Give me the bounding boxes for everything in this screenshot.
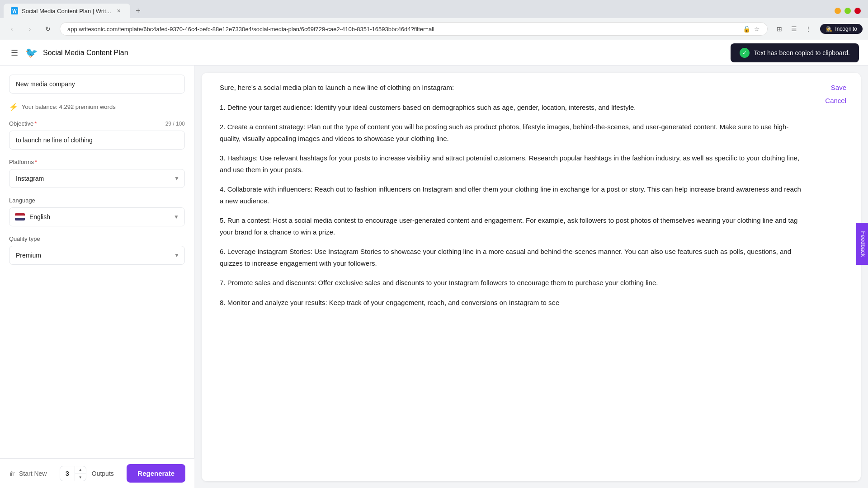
outputs-stepper: 3 ▲ ▼: [60, 466, 86, 481]
url-bar[interactable]: app.writesonic.com/template/6bc4afed-937…: [60, 22, 768, 36]
outputs-increment-btn[interactable]: ▲: [75, 466, 86, 474]
platforms-required: *: [35, 159, 37, 165]
content-paragraph-1: 1. Define your target audience: Identify…: [220, 102, 807, 113]
sidebar: ⚡ Your balance: 4,292 premium words Obje…: [0, 66, 194, 488]
content-paragraph-0: Sure, here's a social media plan to laun…: [220, 82, 807, 94]
language-group: Language English Spanish French ▼: [9, 197, 185, 226]
check-icon: ✓: [740, 48, 750, 58]
quality-label: Quality type: [9, 235, 40, 242]
content-paragraph-5: 5. Run a contest: Host a social media co…: [220, 215, 807, 238]
incognito-badge: 🕵 Incognito: [820, 24, 863, 34]
bookmark-icon[interactable]: ☰: [788, 23, 800, 35]
app-header: ☰ 🐦 Social Media Content Plan ✓ Text has…: [0, 40, 868, 66]
objective-char-count: 29 / 100: [165, 121, 185, 127]
star-icon[interactable]: ☆: [754, 25, 760, 33]
content-paragraph-6: 6. Leverage Instagram Stories: Use Insta…: [220, 246, 807, 269]
stepper-buttons: ▲ ▼: [75, 466, 86, 481]
platforms-group: Platforms* Instagram Twitter Facebook ▼: [9, 159, 185, 188]
feedback-label: Feedback: [860, 231, 867, 257]
platforms-label: Platforms*: [9, 159, 37, 165]
content-paragraph-7: 7. Promote sales and discounts: Offer ex…: [220, 277, 807, 289]
menu-icon[interactable]: ☰: [9, 46, 20, 60]
objective-input[interactable]: [9, 131, 185, 150]
cancel-button[interactable]: Cancel: [821, 95, 850, 106]
language-label-row: Language: [9, 197, 185, 204]
url-text: app.writesonic.com/template/6bc4afed-937…: [67, 26, 743, 33]
content-text: Sure, here's a social media plan to laun…: [220, 82, 843, 308]
trash-icon-bottom: 🗑: [9, 470, 15, 477]
window-controls: − □ ×: [835, 8, 864, 14]
address-bar: ‹ › ↻ app.writesonic.com/template/6bc4af…: [0, 18, 868, 40]
content-paragraph-3: 3. Hashtags: Use relevant hashtags for y…: [220, 152, 807, 175]
refresh-btn[interactable]: ↻: [42, 23, 54, 35]
start-new-button-bottom[interactable]: 🗑 Start New: [9, 470, 47, 477]
platforms-label-row: Platforms*: [9, 159, 185, 165]
platforms-select[interactable]: Instagram Twitter Facebook: [9, 169, 185, 188]
bottom-bar: 🗑 Start New 3 ▲ ▼ Outputs Regenerate: [0, 458, 194, 488]
toast-message: Text has been copied to clipboard.: [754, 49, 850, 56]
close-window-btn[interactable]: ×: [854, 8, 861, 14]
active-tab[interactable]: W Social Media Content Plan | Writ... ×: [4, 4, 130, 18]
maximize-btn[interactable]: □: [844, 8, 851, 14]
main-layout: ⚡ Your balance: 4,292 premium words Obje…: [0, 66, 868, 488]
content-paragraph-8: 8. Monitor and analyze your results: Kee…: [220, 297, 807, 309]
outputs-control: 3 ▲ ▼ Outputs: [60, 466, 114, 481]
outputs-label: Outputs: [92, 470, 114, 477]
brand-name-group: [9, 75, 185, 94]
language-label: Language: [9, 197, 35, 204]
balance-row: ⚡ Your balance: 4,292 premium words: [9, 103, 185, 111]
sidebar-scroll[interactable]: ⚡ Your balance: 4,292 premium words Obje…: [0, 66, 194, 488]
content-area[interactable]: Save Cancel Sure, here's a social media …: [202, 73, 861, 481]
browser-icons: ⊞ ☰ ⋮: [773, 23, 815, 35]
outputs-value: 3: [60, 466, 75, 481]
back-btn[interactable]: ‹: [5, 23, 18, 35]
extension-icon[interactable]: ⊞: [773, 23, 786, 35]
quality-select-wrapper: Premium Good Average ▼: [9, 246, 185, 265]
forward-btn[interactable]: ›: [24, 23, 36, 35]
twitter-icon: 🐦: [25, 47, 38, 59]
regenerate-button[interactable]: Regenerate: [127, 464, 185, 483]
objective-group: Objective* 29 / 100: [9, 120, 185, 150]
objective-label-row: Objective* 29 / 100: [9, 120, 185, 127]
tab-bar: W Social Media Content Plan | Writ... × …: [0, 0, 868, 18]
app-title: Social Media Content Plan: [43, 49, 128, 57]
quality-group: Quality type Premium Good Average ▼: [9, 235, 185, 265]
save-button[interactable]: Save: [827, 82, 850, 93]
quality-label-row: Quality type: [9, 235, 185, 242]
feedback-button[interactable]: Feedback: [856, 223, 868, 265]
start-new-label-bottom: Start New: [19, 470, 47, 477]
balance-text: Your balance: 4,292 premium words: [22, 103, 116, 110]
content-paragraph-2: 2. Create a content strategy: Plan out t…: [220, 121, 807, 144]
incognito-label: Incognito: [835, 26, 857, 32]
minimize-btn[interactable]: −: [835, 8, 841, 14]
outputs-decrement-btn[interactable]: ▼: [75, 474, 86, 481]
content-actions: Save Cancel: [821, 82, 850, 106]
language-select[interactable]: English Spanish French: [9, 208, 184, 226]
url-icons: 🔒 ☆: [743, 25, 760, 33]
objective-required: *: [34, 120, 37, 127]
shield-icon: 🔒: [743, 25, 750, 33]
quality-select[interactable]: Premium Good Average: [9, 246, 185, 265]
objective-label: Objective*: [9, 120, 37, 127]
tab-close-btn[interactable]: ×: [115, 7, 123, 15]
browser-chrome: W Social Media Content Plan | Writ... × …: [0, 0, 868, 40]
more-icon[interactable]: ⋮: [802, 23, 815, 35]
us-flag-icon: [15, 213, 25, 221]
language-select-wrapper: English Spanish French ▼: [9, 207, 185, 226]
new-tab-btn[interactable]: +: [132, 5, 145, 17]
clipboard-toast: ✓ Text has been copied to clipboard.: [731, 43, 859, 62]
platforms-select-wrapper: Instagram Twitter Facebook ▼: [9, 169, 185, 188]
lightning-icon: ⚡: [9, 103, 18, 111]
brand-name-input[interactable]: [9, 75, 185, 94]
incognito-icon: 🕵: [826, 26, 832, 32]
tab-favicon: W: [11, 7, 18, 14]
content-paragraph-4: 4. Collaborate with influencers: Reach o…: [220, 183, 807, 206]
tab-title: Social Media Content Plan | Writ...: [22, 8, 111, 14]
